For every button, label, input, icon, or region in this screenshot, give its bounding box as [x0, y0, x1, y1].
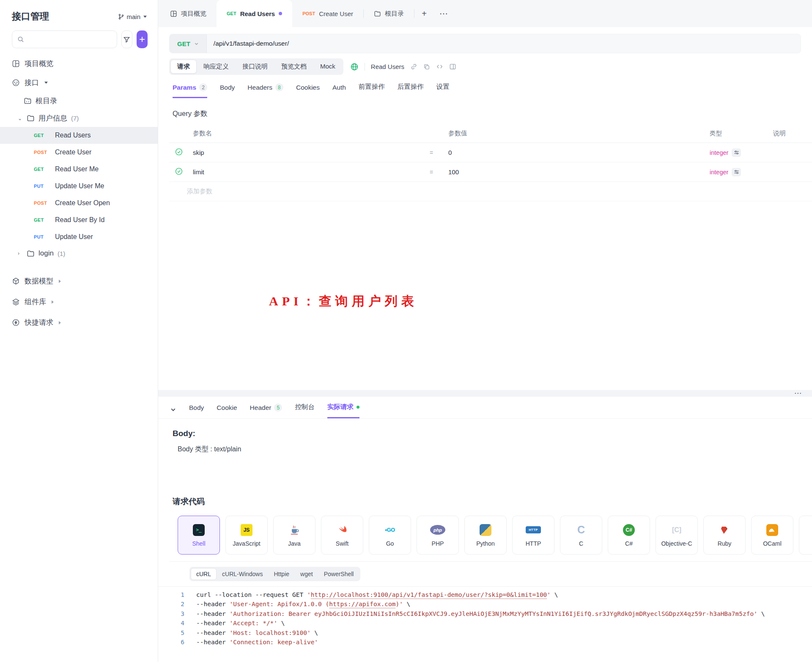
type-settings-button[interactable] — [732, 148, 741, 157]
sidebar-item-label: 组件库 — [25, 297, 46, 307]
param-tab--[interactable]: 前置操作 — [359, 82, 385, 98]
sidebar-endpoint-create-user-open[interactable]: POSTCreate User Open — [0, 195, 158, 212]
tab-create-user[interactable]: POST Create User — [292, 0, 363, 27]
param-tab-body[interactable]: Body — [220, 84, 235, 98]
enabled-check-icon[interactable] — [169, 148, 186, 157]
sidebar-endpoint-read-user-by-id[interactable]: GETRead User By Id — [0, 212, 158, 228]
language-card-objective-c[interactable]: [C]Objective-C — [656, 516, 698, 555]
mode-tab-mock[interactable]: Mock — [313, 60, 342, 74]
language-card-dart[interactable]: Dart — [799, 516, 812, 555]
tab-read-users[interactable]: GET Read Users — [217, 0, 292, 27]
globe-icon — [350, 63, 359, 71]
response-tab--[interactable]: 控制台 — [295, 403, 315, 418]
language-card-go[interactable]: •GOGo — [369, 516, 411, 555]
param-tab-auth[interactable]: Auth — [332, 84, 346, 98]
endpoint-name: Read Users — [55, 132, 91, 139]
type-settings-button[interactable] — [732, 168, 741, 176]
code-tab-curl[interactable]: cURL — [191, 568, 217, 580]
table-row-skip: skip=0integer — [169, 143, 812, 162]
sidebar-endpoint-update-user[interactable]: PUTUpdate User — [0, 228, 158, 245]
code-icon[interactable] — [436, 63, 443, 70]
language-card-c[interactable]: CC — [560, 516, 602, 555]
sidebar-endpoint-create-user[interactable]: POSTCreate User — [0, 144, 158, 161]
http-icon: HTTP — [526, 524, 541, 536]
param-tab--[interactable]: 设置 — [436, 82, 450, 98]
mode-tab--[interactable]: 响应定义 — [197, 60, 236, 74]
language-card-python[interactable]: Python — [464, 516, 507, 555]
response-tab-cookie[interactable]: Cookie — [217, 404, 237, 418]
param-tab--[interactable]: 后置操作 — [398, 82, 424, 98]
split-view-icon[interactable] — [449, 63, 456, 70]
link-icon[interactable] — [410, 63, 417, 70]
method-label: POST — [302, 11, 315, 16]
param-name-cell[interactable]: skip — [186, 149, 424, 156]
language-card-java[interactable]: Java — [273, 516, 315, 555]
java-icon — [289, 524, 300, 536]
sidebar-endpoint-update-user-me[interactable]: PUTUpdate User Me — [0, 178, 158, 195]
branch-selector[interactable]: main — [118, 13, 147, 20]
sidebar-item-project-overview[interactable]: 项目概览 — [0, 54, 158, 73]
php-icon: php — [430, 524, 445, 536]
tree-folder-user-info[interactable]: ⌄ 用户信息 (7) — [0, 110, 158, 127]
sidebar-item--[interactable]: 组件库 — [0, 291, 158, 312]
param-tab-params[interactable]: Params2 — [173, 83, 207, 98]
url-input[interactable]: /api/v1/fastapi-demo/user/ — [214, 40, 289, 47]
language-card-ocaml[interactable]: OCaml — [751, 516, 793, 555]
search-field[interactable] — [27, 36, 112, 43]
add-button[interactable]: + — [137, 30, 148, 48]
tab-project-overview[interactable]: 项目概览 — [160, 0, 217, 27]
param-value-cell[interactable]: 0 — [439, 149, 701, 156]
line-number: 4 — [158, 618, 196, 628]
tab-more-button[interactable]: ⋯ — [434, 0, 453, 27]
language-card-javascript[interactable]: JSJavaScript — [225, 516, 268, 555]
language-card-http[interactable]: HTTPHTTP — [512, 516, 554, 555]
folder-count: (7) — [71, 115, 79, 122]
response-tab--[interactable]: 实际请求 — [327, 403, 359, 418]
language-card-swift[interactable]: Swift — [321, 516, 363, 555]
equals-sign: = — [424, 149, 439, 156]
add-param-row[interactable]: 添加参数 — [169, 182, 812, 201]
param-type-cell: integer — [701, 148, 765, 157]
search-input[interactable] — [12, 30, 117, 48]
mode-tab--[interactable]: 接口说明 — [236, 60, 274, 74]
tree-folder-login[interactable]: › login (1) — [0, 245, 158, 261]
language-card-php[interactable]: phpPHP — [417, 516, 459, 555]
language-card-c-[interactable]: C#C# — [608, 516, 650, 555]
tab-root-directory[interactable]: 根目录 — [364, 0, 414, 27]
enabled-check-icon[interactable] — [169, 168, 186, 177]
folder-icon — [27, 114, 35, 122]
sidebar-endpoint-read-users[interactable]: GETRead Users — [0, 127, 158, 144]
code-tab-curl-windows[interactable]: cURL-Windows — [217, 568, 268, 580]
param-tab-cookies[interactable]: Cookies — [296, 84, 320, 98]
sidebar-item--[interactable]: 数据模型 — [0, 271, 158, 291]
code-tab-powershell[interactable]: PowerShell — [318, 568, 359, 580]
mode-tab--[interactable]: 预览文档 — [274, 60, 313, 74]
response-tab-header[interactable]: Header5 — [250, 404, 283, 418]
sidebar-item--[interactable]: 快捷请求 — [0, 312, 158, 333]
copy-icon[interactable] — [423, 63, 430, 70]
endpoint-list: GETRead UsersPOSTCreate UserGETRead User… — [0, 127, 158, 245]
sidebar-item-apis[interactable]: 接口 — [0, 73, 158, 92]
code-tab-httpie[interactable]: Httpie — [268, 568, 295, 580]
tree-root-directory[interactable]: 根目录 — [0, 92, 158, 110]
code-line: 2--header 'User-Agent: Apifox/1.0.0 (htt… — [158, 599, 812, 609]
method-select[interactable]: GET — [170, 34, 207, 53]
filter-button[interactable] — [121, 30, 132, 48]
code-tab-wget[interactable]: wget — [295, 568, 318, 580]
code-text: --header 'Accept: */*' \ — [196, 618, 285, 628]
param-value-cell[interactable]: 100 — [439, 168, 701, 176]
collapse-panel-button[interactable] — [170, 407, 176, 418]
sidebar-endpoint-read-user-me[interactable]: GETRead User Me — [0, 161, 158, 178]
csharp-icon: C# — [623, 524, 635, 536]
language-card-shell[interactable]: >_Shell — [178, 516, 220, 555]
more-icon[interactable]: ⋯ — [794, 391, 802, 396]
panel-divider[interactable]: ⋯ — [158, 390, 812, 397]
param-name-cell[interactable]: limit — [186, 168, 424, 176]
language-card-ruby[interactable]: Ruby — [703, 516, 746, 555]
param-tab-headers[interactable]: Headers8 — [247, 83, 283, 98]
mode-tab--[interactable]: 请求 — [170, 60, 197, 74]
response-tab-body[interactable]: Body — [189, 404, 204, 418]
language-name: PHP — [432, 540, 444, 547]
new-tab-button[interactable]: + — [414, 0, 434, 27]
curl-code-block[interactable]: 1curl --location --request GET 'http://l… — [158, 586, 812, 647]
